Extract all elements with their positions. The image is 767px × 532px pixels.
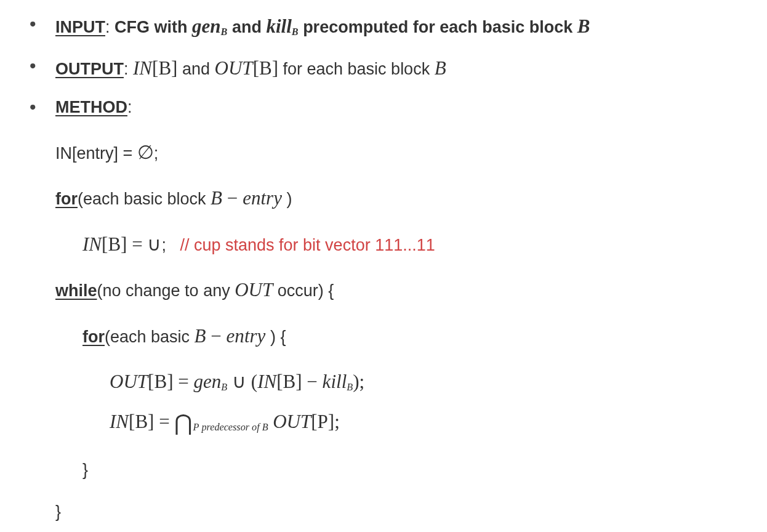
text: occur) { xyxy=(273,281,334,300)
bullet-list: INPUT: CFG with genB and killB precomput… xyxy=(25,11,755,525)
method-line-init-in: IN[B] = ∪; // cup stands for bit vector … xyxy=(55,230,755,259)
method-line-for1: for(each basic block B − entry ) xyxy=(55,184,755,213)
sub-p: P xyxy=(193,422,199,433)
sub-b: B xyxy=(221,26,228,38)
text: : xyxy=(127,98,132,116)
output-bullet: OUTPUT: IN[B] and OUT[B] for each basic … xyxy=(25,53,755,84)
minus: − xyxy=(222,187,243,209)
brace: } xyxy=(82,461,88,479)
method-line-init: IN[entry] = ∅; xyxy=(55,139,755,167)
for-keyword: for xyxy=(82,328,105,346)
sub-b: B xyxy=(292,26,299,38)
output-label: OUTPUT xyxy=(55,60,124,78)
gen-symbol: gen xyxy=(192,15,221,37)
page: INPUT: CFG with genB and killB precomput… xyxy=(0,11,767,532)
b-symbol: B xyxy=(195,325,206,347)
minus: − xyxy=(206,325,227,347)
in-symbol: IN xyxy=(133,57,152,79)
sub-text: predecessor of B xyxy=(199,422,268,433)
bracket-b: [B] xyxy=(253,57,278,79)
text: : xyxy=(124,60,133,78)
text: [B] = xyxy=(148,371,193,392)
minus: − xyxy=(302,371,323,392)
text: CFG with xyxy=(114,18,192,36)
brace: } xyxy=(55,502,61,521)
method-body: IN[entry] = ∅; for(each basic block B − … xyxy=(55,139,755,525)
method-line-while: while(no change to any OUT occur) { xyxy=(55,276,755,305)
text: [B] = xyxy=(102,233,147,255)
sub-b: B xyxy=(221,382,227,393)
bracket-b: [B] xyxy=(152,57,177,79)
text: : xyxy=(105,18,114,36)
text: ); xyxy=(353,371,364,392)
entry-symbol: entry xyxy=(227,325,266,347)
out-symbol: OUT xyxy=(215,57,253,79)
text: [B] xyxy=(276,371,302,392)
bigcap-icon: ⋂ xyxy=(174,411,193,435)
in-symbol: IN xyxy=(257,371,276,392)
text: ) xyxy=(282,190,292,208)
text: [P] xyxy=(311,411,334,432)
method-line-close-outer: } xyxy=(55,499,755,525)
cup-icon: ∪ xyxy=(227,371,251,392)
method-line-in-eq: IN[B] = ⋂P predecessor of B OUT[P]; xyxy=(55,406,755,440)
input-label: INPUT xyxy=(55,18,105,36)
method-label: METHOD xyxy=(55,98,127,116)
text: ; xyxy=(154,144,159,163)
text: (each basic block xyxy=(78,190,211,208)
text: (each basic xyxy=(105,328,195,346)
method-line-out-eq: OUT[B] = genB ∪ (IN[B] − killB); xyxy=(55,368,755,397)
while-keyword: while xyxy=(55,281,97,300)
b-symbol: B xyxy=(211,187,222,209)
in-symbol: IN xyxy=(82,233,102,255)
for-keyword: for xyxy=(55,190,78,208)
text: for each basic block xyxy=(278,60,435,78)
text: [B] = xyxy=(129,411,174,432)
comment-text: // cup stands for bit vector 111...11 xyxy=(180,236,435,254)
method-line-close-inner: } xyxy=(55,457,755,483)
empty-set-icon: ∅ xyxy=(137,142,154,163)
out-symbol: OUT xyxy=(235,279,273,300)
text: ) { xyxy=(265,328,286,346)
text: and xyxy=(227,18,266,36)
out-symbol: OUT xyxy=(273,411,311,432)
input-bullet: INPUT: CFG with genB and killB precomput… xyxy=(25,11,755,42)
text: ( xyxy=(251,371,257,392)
in-symbol: IN xyxy=(110,411,129,432)
text: ; xyxy=(334,411,340,432)
kill-symbol: kill xyxy=(323,371,347,392)
big-b: B xyxy=(435,57,446,79)
text: (no change to any xyxy=(97,281,235,300)
text xyxy=(268,413,273,432)
text: precomputed for each basic block xyxy=(299,18,577,36)
method-line-for2: for(each basic B − entry ) { xyxy=(55,322,755,351)
text: IN[entry] = xyxy=(55,144,137,163)
cup-icon: ∪ xyxy=(147,233,161,255)
text: ; xyxy=(161,236,166,254)
sub-b: B xyxy=(347,382,353,393)
text: and xyxy=(177,60,214,78)
out-symbol: OUT xyxy=(110,371,148,392)
kill-symbol: kill xyxy=(266,15,291,37)
big-b: B xyxy=(577,15,590,37)
gen-symbol: gen xyxy=(194,371,222,392)
method-bullet: METHOD: IN[entry] = ∅; for(each basic bl… xyxy=(25,94,755,524)
entry-symbol: entry xyxy=(243,187,282,209)
